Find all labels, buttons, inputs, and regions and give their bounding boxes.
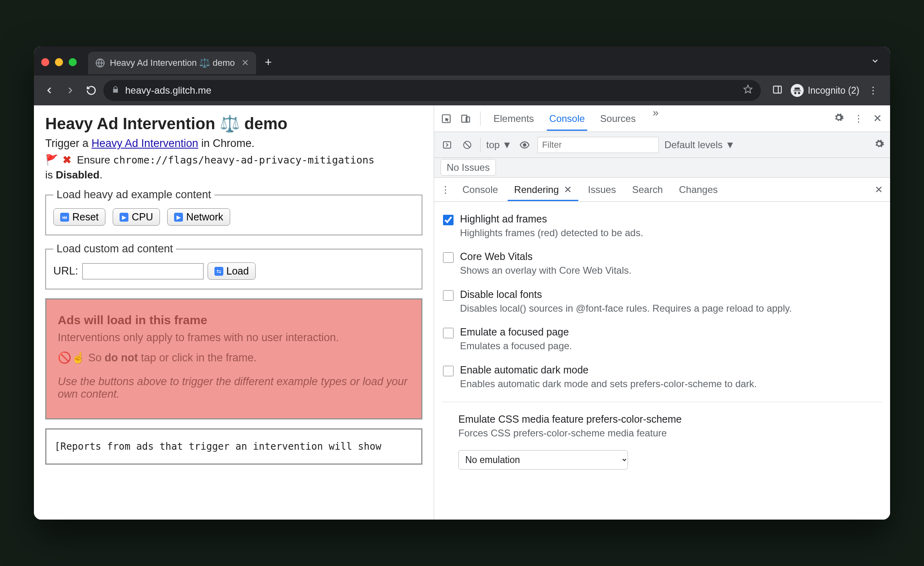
page-title: Heavy Ad Intervention ⚖️ demo [45,114,422,133]
devtools-toolbar: Elements Console Sources » ⋮ ✕ [434,105,890,132]
ad-frame-line: Interventions only apply to frames with … [58,330,410,345]
url-label: URL: [53,265,78,277]
drawer-tab-issues[interactable]: Issues [582,178,622,201]
drawer-tabs: ⋮ Console Rendering ✕ Issues Search Chan… [434,178,890,202]
incognito-label: Incognito (2) [808,85,859,96]
bookmark-star-icon[interactable] [743,84,753,96]
tab-list-dropdown[interactable] [871,57,880,68]
rendering-option: Disable local fontsDisables local() sour… [441,283,883,321]
toolbar: heavy-ads.glitch.me Incognito (2) ⋮ [34,75,890,105]
rendering-option: Core Web VitalsShows an overlay with Cor… [441,245,883,283]
ad-frame-line: 🚫☝️ So do not tap or click in the frame. [58,351,410,364]
incognito-icon [791,84,804,97]
rewind-icon: ⏮ [60,213,69,222]
tab-console[interactable]: Console [547,107,587,131]
heavy-ad-link[interactable]: Heavy Ad Intervention [92,137,198,149]
address-bar[interactable]: heavy-ads.glitch.me [103,80,761,101]
settings-gear-icon[interactable] [830,112,848,125]
window-close-button[interactable] [41,58,49,66]
devtools-close-icon[interactable]: ✕ [869,112,886,125]
console-settings-gear-icon[interactable] [874,138,884,151]
option-description: Enables automatic dark mode and sets pre… [460,377,757,390]
globe-icon [95,58,105,68]
log-levels-dropdown[interactable]: Default levels ▼ [664,139,735,151]
clear-console-icon[interactable] [460,138,475,152]
rendering-option: Enable automatic dark modeEnables automa… [441,358,883,396]
inspect-element-icon[interactable] [438,111,454,127]
window-minimize-button[interactable] [55,58,63,66]
option-description: Highlights frames (red) detected to be a… [460,226,643,239]
drawer-tab-console[interactable]: Console [456,178,504,201]
red-x-icon: ✖ [63,154,71,166]
device-toggle-icon[interactable] [458,111,474,127]
option-label: Emulate a focused page [460,326,572,338]
cpu-button[interactable]: ▶CPU [113,208,160,226]
browser-tab[interactable]: Heavy Ad Intervention ⚖️ demo ✕ [88,52,256,74]
drawer-tab-rendering[interactable]: Rendering ✕ [508,178,578,201]
tab-sources[interactable]: Sources [598,107,638,131]
svg-rect-7 [443,142,451,148]
option-label: Core Web Vitals [460,251,632,262]
fieldset-legend: Load heavy ad example content [53,189,214,201]
flag-instruction: 🚩 ✖ Ensure chrome://flags/heavy-ad-priva… [45,154,422,166]
tab-title: Heavy Ad Intervention ⚖️ demo [110,58,235,68]
drawer-close-icon[interactable]: ✕ [872,182,886,197]
url-input[interactable] [82,263,204,279]
ad-frame-italic: Use the buttons above to trigger the dif… [58,375,410,400]
svg-marker-1 [744,85,752,93]
new-tab-button[interactable]: + [265,55,272,69]
fieldset-custom-content: Load custom ad content URL: ⇆Load [45,243,422,289]
console-sidebar-toggle-icon[interactable] [440,138,454,152]
option-checkbox[interactable] [443,366,454,376]
tab-elements[interactable]: Elements [491,107,536,131]
close-icon[interactable]: ✕ [564,184,572,195]
network-button[interactable]: ▶Network [167,208,230,226]
devtools-panel: Elements Console Sources » ⋮ ✕ [434,105,890,520]
svg-rect-2 [773,86,781,93]
option-description: Shows an overlay with Core Web Vitals. [460,264,632,277]
drawer-menu-icon[interactable]: ⋮ [438,182,453,197]
devtools-menu-icon[interactable]: ⋮ [850,113,867,124]
red-flag-icon: 🚩 [45,154,58,166]
load-icon: ⇆ [214,267,223,276]
forward-button[interactable] [61,82,79,99]
rendering-panel: Highlight ad framesHighlights frames (re… [434,202,890,520]
side-panel-icon[interactable] [768,84,787,96]
browser-menu-button[interactable]: ⋮ [863,85,884,96]
option-checkbox[interactable] [443,290,454,301]
ad-frame-title: Ads will load in this frame [58,313,410,327]
close-tab-button[interactable]: ✕ [240,58,250,68]
no-issues-chip[interactable]: No Issues [441,159,496,176]
reset-button[interactable]: ⏮Reset [53,208,105,226]
drawer-tab-changes[interactable]: Changes [672,178,724,201]
fieldset-legend: Load custom ad content [53,243,176,255]
option-checkbox[interactable] [443,215,454,225]
play-icon: ▶ [120,213,128,222]
back-button[interactable] [40,82,58,99]
option-checkbox[interactable] [443,252,454,263]
emulate-select[interactable]: No emulation [458,450,628,470]
reports-box: [Reports from ads that trigger an interv… [45,428,422,465]
option-description: Disables local() sources in @font-face r… [460,302,792,315]
option-checkbox[interactable] [443,328,454,338]
drawer-tab-search[interactable]: Search [626,178,669,201]
tab-strip: Heavy Ad Intervention ⚖️ demo ✕ + [34,46,890,75]
console-filter-input[interactable] [538,137,659,153]
incognito-indicator[interactable]: Incognito (2) [788,82,863,99]
window-controls [41,58,77,66]
browser-window: Heavy Ad Intervention ⚖️ demo ✕ + heavy-… [34,46,890,520]
reload-button[interactable] [82,82,100,99]
svg-line-9 [465,143,470,147]
option-description: Emulates a focused page. [460,340,572,352]
load-button[interactable]: ⇆Load [208,262,256,280]
svg-point-10 [523,143,527,147]
emulate-label: Emulate CSS media feature prefers-color-… [458,413,881,425]
window-zoom-button[interactable] [69,58,77,66]
context-selector[interactable]: top ▼ [486,139,512,151]
live-expression-icon[interactable] [517,138,532,152]
page-content: Heavy Ad Intervention ⚖️ demo Trigger a … [34,105,434,520]
rendering-option: Highlight ad framesHighlights frames (re… [441,208,883,245]
play-icon: ▶ [174,213,183,222]
more-tabs-icon[interactable]: » [649,107,662,131]
flag-code: chrome://flags/heavy-ad-privacy-mitigati… [113,154,374,166]
